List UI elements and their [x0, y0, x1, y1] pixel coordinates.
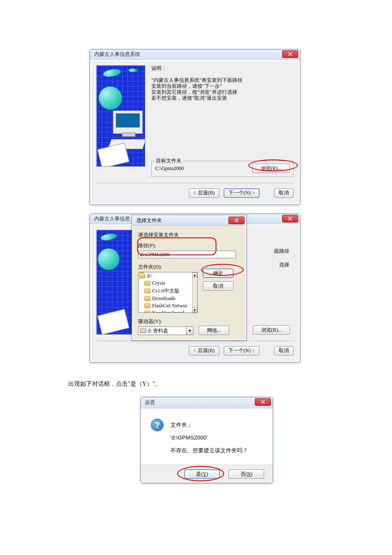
picker-prompt: 请选择安装文件夹 — [138, 231, 240, 239]
titlebar-1: 内蒙古人事信息系统 — [90, 49, 300, 60]
folder-icon — [144, 311, 150, 313]
folder-listbox[interactable]: d:\ Crysis Cs1.6中文版 Downloads FlashGet N… — [138, 272, 198, 313]
confirm-dialog: 设置 ? 文件夹： 'd:\GPMS2000' 不存在。您要建立该文件夹吗？ 是… — [140, 397, 273, 483]
browse-button-1[interactable]: 浏览(R)... — [252, 164, 290, 173]
install-bitmap-1 — [96, 65, 145, 167]
close-icon — [261, 400, 265, 404]
close-icon — [288, 52, 292, 56]
drive-select[interactable]: d: 资料盘 ▼ — [138, 327, 193, 335]
close-icon — [288, 217, 292, 221]
drive-value: d: 资料盘 — [148, 327, 168, 335]
desc-title-1: 说明： — [151, 65, 294, 71]
back-line-2: 选择 — [279, 261, 289, 269]
back-line-1: 面路径 — [274, 248, 289, 255]
scroll-down-icon[interactable]: ▼ — [192, 307, 197, 312]
back-button-1[interactable]: < 后退(B) — [189, 188, 219, 198]
cancel-button-picker[interactable]: 取消 — [203, 281, 233, 291]
folder-item[interactable]: Need for Speed — [138, 309, 197, 313]
drive-label: 驱动器(V): — [138, 318, 193, 325]
titlebar-picker: 选择文件夹 — [133, 216, 245, 225]
close-button-3[interactable] — [255, 398, 271, 406]
yes-button[interactable]: 是(Y) — [184, 469, 220, 479]
scrollbar[interactable]: ▲ ▼ — [192, 272, 197, 312]
dialog-footer-3: 是(Y) 否(N) — [141, 465, 273, 483]
title-text-1: 内蒙古人事信息系统 — [94, 51, 140, 58]
folders-label: 文件夹(D): — [138, 263, 198, 271]
next-button-1[interactable]: 下一个(N) > — [224, 188, 259, 198]
desc-line-1d: 若不想安装，请按"取消"退出安装 — [151, 95, 294, 101]
folder-item-root[interactable]: d:\ — [138, 272, 197, 280]
folder-item[interactable]: FlashGet Networ — [138, 302, 197, 309]
msg-line-1: 文件夹： — [170, 419, 248, 431]
narration-text: 出现如下对话框，点击"是（Y）"。 — [68, 380, 324, 388]
install-dialog-1: 内蒙古人事信息系统 说明： "内蒙古人事信息系统"将安装到下面路径 — [89, 49, 300, 205]
desc-line-1a: "内蒙古人事信息系统"将安装到下面路径 — [151, 77, 294, 83]
desc-line-1b: 安装到当前路径，请按"下一步" — [151, 83, 294, 89]
folder-item[interactable]: Cs1.6中文版 — [138, 287, 197, 295]
folder-icon — [144, 304, 150, 308]
folder-open-icon — [139, 274, 145, 278]
folder-icon — [144, 289, 150, 293]
folder-item[interactable]: Crysis — [138, 280, 197, 287]
cancel-button-2bar[interactable]: 取消 — [274, 346, 294, 356]
back-button-2[interactable]: < 后退(B) — [189, 346, 219, 356]
folder-item[interactable]: Downloads — [138, 295, 197, 302]
group-label-1: 目标文件夹 — [154, 158, 183, 164]
picker-title: 选择文件夹 — [136, 217, 162, 224]
ok-button[interactable]: 确定 — [203, 269, 233, 278]
close-button-1[interactable] — [282, 50, 298, 58]
titlebar-3: 设置 — [141, 397, 273, 408]
button-bar-2back: < 后退(B) 下一个(N) > 取消 — [96, 341, 294, 356]
title-text-2back: 内蒙古人事信息 — [94, 215, 130, 223]
close-icon — [234, 218, 239, 223]
close-button-picker[interactable] — [228, 217, 245, 224]
target-path-1: C:\Gpms2000 — [155, 165, 249, 171]
folder-picker-dialog: 选择文件夹 请选择安装文件夹 路径(P): 文件夹(D): d:\ Crysis… — [132, 215, 246, 340]
question-icon: ? — [151, 419, 164, 431]
msg-line-2: 'd:\GPMS2000' — [170, 431, 248, 444]
target-folder-group: 目标文件夹 C:\Gpms2000 浏览(R)... — [151, 161, 294, 177]
folder-icon — [144, 281, 150, 286]
msg-line-3: 不存在。您要建立该文件夹吗？ — [170, 444, 248, 457]
network-button[interactable]: 网络... — [199, 326, 229, 335]
browse-button-2back[interactable]: 浏览(R)... — [253, 325, 290, 335]
scroll-up-icon[interactable]: ▲ — [192, 272, 197, 278]
cancel-button-1[interactable]: 取消 — [274, 188, 294, 198]
no-button[interactable]: 否(N) — [228, 469, 264, 479]
path-label: 路径(P): — [138, 242, 240, 249]
title-text-3: 设置 — [145, 399, 155, 406]
install-bitmap-2 — [96, 230, 133, 335]
button-bar-1: < 后退(B) 下一个(N) > 取消 — [96, 183, 294, 198]
folder-icon — [144, 296, 150, 301]
message-body: ? 文件夹： 'd:\GPMS2000' 不存在。您要建立该文件夹吗？ — [141, 408, 273, 465]
drive-icon — [140, 329, 146, 333]
close-button-2back[interactable] — [282, 215, 298, 223]
chevron-down-icon: ▼ — [186, 327, 193, 335]
next-button-2[interactable]: 下一个(N) > — [224, 346, 259, 356]
desc-line-1c: 安装到其它路径，按"浏览"并进行选择 — [151, 89, 294, 95]
path-input[interactable] — [138, 251, 236, 258]
